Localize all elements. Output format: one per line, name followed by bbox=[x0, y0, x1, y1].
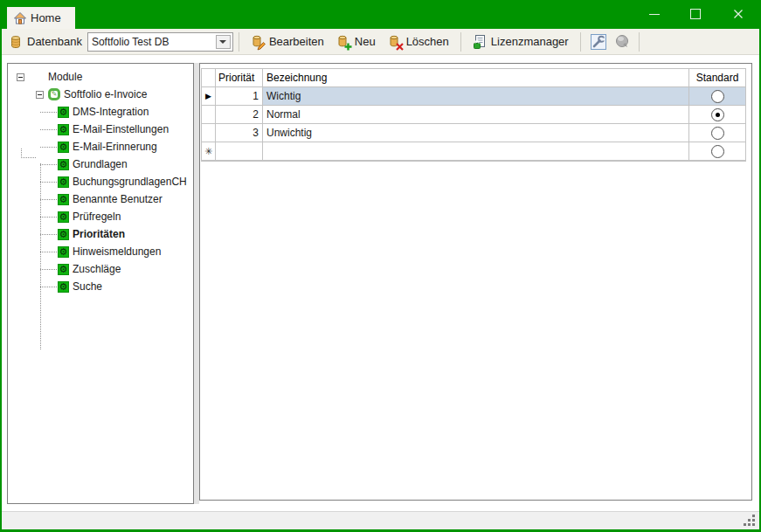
toolbar-separator bbox=[239, 32, 239, 52]
tab-home-label: Home bbox=[31, 11, 61, 24]
close-button[interactable] bbox=[724, 3, 752, 25]
settings-button[interactable] bbox=[586, 31, 611, 52]
tree-item-buchungsgrundlagench[interactable]: ⚙ BuchungsgrundlagenCH bbox=[8, 173, 193, 190]
tree-item-pruefregeln[interactable]: ⚙ Prüfregeln bbox=[8, 208, 193, 225]
column-header-prioritaet[interactable]: Priorität bbox=[216, 69, 263, 86]
tree-item-dms-integration[interactable]: ⚙ DMS-Integration bbox=[8, 103, 193, 121]
bezeichnung-cell[interactable]: Normal bbox=[263, 106, 689, 123]
standard-cell[interactable] bbox=[689, 87, 745, 105]
tree-item-benannte-benutzer[interactable]: ⚙ Benannte Benutzer bbox=[8, 190, 193, 208]
row-selector-cell[interactable]: ✳ bbox=[202, 142, 216, 160]
row-selector-cell[interactable]: ▶ bbox=[202, 87, 216, 105]
tree-item-zuschlaege[interactable]: ⚙ Zuschläge bbox=[8, 260, 193, 278]
table-row[interactable]: 3 Unwichtig bbox=[202, 124, 745, 142]
tree-item-label: Prüfregeln bbox=[73, 211, 121, 223]
column-header-standard[interactable]: Standard bbox=[689, 69, 745, 86]
standard-radio[interactable] bbox=[711, 90, 724, 103]
license-manager-label: Lizenzmanager bbox=[491, 35, 569, 48]
tree-item-label: DMS-Integration bbox=[73, 106, 149, 118]
tree-item-email-erinnerung[interactable]: ⚙ E-Mail-Erinnerung bbox=[8, 138, 193, 155]
new-database-icon bbox=[336, 35, 350, 49]
standard-radio[interactable] bbox=[711, 145, 724, 158]
application-window: Home Datenbank Softfolio Test DB bbox=[0, 0, 761, 532]
tree-item-hinweismeldungen[interactable]: ⚙ Hinweismeldungen bbox=[8, 243, 193, 260]
pencil-icon bbox=[257, 41, 266, 51]
row-selector-cell[interactable] bbox=[202, 106, 216, 123]
standard-cell[interactable] bbox=[689, 106, 745, 123]
tree-connector bbox=[40, 217, 57, 218]
bezeichnung-cell[interactable]: Wichtig bbox=[263, 87, 689, 105]
tree-item-label: BuchungsgrundlagenCH bbox=[73, 176, 187, 188]
tree-item-email-einstellungen[interactable]: ⚙ E-Mail-Einstellungen bbox=[8, 121, 193, 138]
tree-item-suche[interactable]: ⚙ Suche bbox=[8, 278, 193, 295]
database-combobox[interactable]: Softfolio Test DB bbox=[87, 32, 233, 52]
standard-radio[interactable] bbox=[711, 108, 724, 121]
combobox-dropdown-button[interactable] bbox=[216, 35, 231, 49]
wrench-icon bbox=[590, 33, 607, 51]
new-button[interactable]: Neu bbox=[330, 32, 382, 52]
edit-button[interactable]: Bearbeiten bbox=[245, 32, 330, 52]
tree-connector bbox=[40, 182, 57, 183]
web-button[interactable] bbox=[611, 32, 633, 52]
column-header-bezeichnung[interactable]: Bezeichnung bbox=[263, 69, 689, 86]
collapse-icon[interactable] bbox=[36, 91, 44, 99]
prioritaet-cell[interactable]: 2 bbox=[216, 106, 263, 123]
tree-item-prioritaeten[interactable]: ⚙ Prioritäten bbox=[8, 225, 193, 243]
tree-connector bbox=[40, 199, 57, 200]
gear-icon: ⚙ bbox=[58, 211, 69, 223]
status-bar bbox=[2, 511, 759, 529]
red-x-icon bbox=[396, 43, 404, 51]
prioritaet-cell[interactable]: 3 bbox=[216, 124, 263, 142]
tab-home[interactable]: Home bbox=[7, 7, 75, 29]
new-row[interactable]: ✳ bbox=[202, 142, 745, 161]
prioritaet-cell[interactable] bbox=[216, 142, 263, 160]
license-manager-button[interactable]: Lizenzmanager bbox=[467, 32, 575, 52]
tree-item-label: Grundlagen bbox=[73, 158, 128, 170]
tree-connector bbox=[40, 129, 57, 130]
invoice-module-icon: ✎ bbox=[48, 88, 60, 100]
standard-radio[interactable] bbox=[711, 127, 724, 140]
titlebar[interactable]: Home bbox=[2, 0, 759, 29]
priorities-panel: Priorität Bezeichnung Standard ▶ 1 Wicht… bbox=[199, 63, 752, 501]
maximize-icon bbox=[690, 9, 701, 19]
tree-connector bbox=[40, 287, 57, 287]
collapse-icon[interactable] bbox=[17, 73, 24, 81]
toolbar-separator bbox=[639, 32, 640, 52]
new-row-icon: ✳ bbox=[204, 147, 212, 156]
tree-item-grundlagen[interactable]: ⚙ Grundlagen bbox=[8, 155, 193, 173]
delete-button[interactable]: Löschen bbox=[382, 32, 455, 52]
standard-cell[interactable] bbox=[689, 124, 745, 142]
table-row[interactable]: 2 Normal bbox=[202, 106, 745, 124]
plus-icon bbox=[344, 43, 352, 51]
globe-icon bbox=[614, 34, 630, 50]
resize-grip-icon[interactable] bbox=[752, 523, 755, 526]
tree-connector bbox=[40, 252, 57, 252]
tree-item-module[interactable]: Module bbox=[8, 68, 193, 86]
standard-cell[interactable] bbox=[689, 142, 745, 160]
toolbar: Datenbank Softfolio Test DB Bearbeiten bbox=[2, 29, 759, 55]
gear-icon: ⚙ bbox=[58, 246, 69, 258]
minimize-icon bbox=[649, 14, 660, 15]
tree-connector bbox=[40, 269, 57, 270]
new-button-label: Neu bbox=[355, 35, 376, 48]
toolbar-separator bbox=[460, 32, 461, 52]
table-row[interactable]: ▶ 1 Wichtig bbox=[202, 87, 745, 106]
home-icon bbox=[13, 11, 27, 24]
bezeichnung-cell[interactable] bbox=[263, 142, 689, 160]
module-tree: Module ✎ Softfolio e-Invoice ⚙ DMS-Integ… bbox=[8, 64, 193, 295]
row-selector-cell[interactable] bbox=[202, 124, 216, 142]
tree-item-softfolio-e-invoice[interactable]: ✎ Softfolio e-Invoice bbox=[8, 86, 193, 103]
maximize-button[interactable] bbox=[681, 3, 709, 25]
minimize-button[interactable] bbox=[640, 3, 668, 25]
prioritaet-cell[interactable]: 1 bbox=[216, 87, 263, 105]
gear-icon: ⚙ bbox=[58, 142, 69, 153]
edit-button-label: Bearbeiten bbox=[269, 35, 324, 48]
gear-icon: ⚙ bbox=[58, 107, 69, 118]
tree-item-label: Hinweismeldungen bbox=[73, 245, 161, 258]
toolbar-separator bbox=[580, 32, 581, 52]
priorities-grid: Priorität Bezeichnung Standard ▶ 1 Wicht… bbox=[201, 68, 746, 162]
tree-connector bbox=[40, 112, 57, 113]
tree-connector bbox=[40, 234, 57, 235]
bezeichnung-cell[interactable]: Unwichtig bbox=[263, 124, 689, 142]
tree-item-label: Module bbox=[48, 71, 82, 83]
